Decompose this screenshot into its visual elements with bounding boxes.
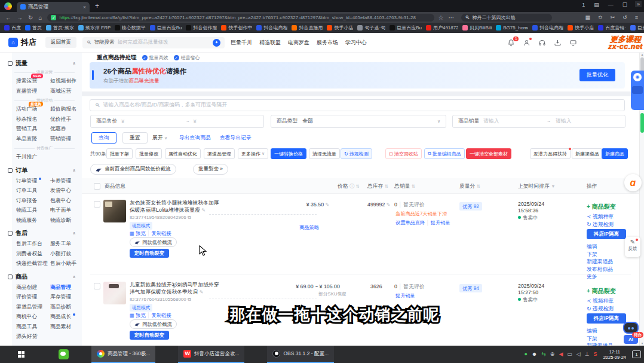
col-quality[interactable]: 质量分 ⇅: [459, 183, 480, 190]
batch-button[interactable]: 批量修改: [136, 148, 162, 159]
ai-assistant-icon[interactable]: ✦: [213, 39, 220, 47]
sidebar-item[interactable]: 订单工具: [16, 185, 42, 196]
op-link[interactable]: 编辑: [587, 327, 613, 335]
product-title[interactable]: 灰色抹茶女长筒小腿袜堆堆袜秋冬加厚保暖洛丽塔Lolita堆堆抹茶显瘦 ✎: [130, 200, 219, 213]
url-more-icon[interactable]: ⋯: [448, 14, 454, 21]
select-all-checkbox[interactable]: [94, 183, 100, 190]
bookmark-item[interactable]: 抖音电商相: [532, 25, 563, 31]
scroll-up-arrow[interactable]: ▲: [640, 53, 644, 56]
reset-button[interactable]: 重置: [122, 132, 148, 144]
auto-fission-button[interactable]: 定时自动裂变: [130, 249, 169, 258]
sidebar-item[interactable]: 商机中心: [16, 312, 42, 322]
tray-icon[interactable]: ⊕: [550, 352, 555, 357]
url-field[interactable]: ✓ https ://fxg.jinritemai.com/ffa/g/list…: [47, 14, 434, 22]
taskbar-app-browser[interactable]: 商品管理 - 360极...: [91, 346, 155, 363]
taskbar-clock[interactable]: 17:11 2025-09-24: [603, 349, 626, 360]
sidebar-item[interactable]: 商品工具: [16, 322, 42, 332]
bookmark-item[interactable]: 抖音创作服: [186, 25, 217, 31]
product-type-filter[interactable]: 商品类型 全部 ∨: [271, 115, 446, 128]
maximize-button[interactable]: ☐: [622, 2, 627, 8]
bookmark-item[interactable]: 贝贝BiliBili: [462, 25, 492, 31]
monitor-icon[interactable]: [569, 39, 577, 47]
bookmark-item[interactable]: 百度营销·: [598, 25, 626, 31]
tray-icon[interactable]: ☻: [532, 352, 537, 357]
bookmark-item[interactable]: 首页: [25, 25, 42, 31]
col-time[interactable]: 上架时间排序 ▼: [518, 183, 556, 190]
bookmark-star-icon[interactable]: ☆: [438, 14, 443, 21]
intercept-button[interactable]: 同款低价截流: [130, 237, 177, 247]
batch-optimize-button[interactable]: 批量优化: [579, 69, 615, 81]
tray-icon[interactable]: S: [594, 352, 597, 357]
copy-icon[interactable]: ⧉: [188, 215, 191, 220]
more-actions-button[interactable]: 更多操作∨: [238, 148, 268, 159]
sidebar-item[interactable]: 电子面单: [50, 205, 76, 215]
side-float-widget[interactable]: ◉: [631, 71, 644, 110]
preview-link[interactable]: 预览: [136, 230, 146, 236]
sidebar-item[interactable]: 直播管理: [16, 86, 42, 96]
ai-assistant-float[interactable]: AI 待办: [622, 322, 640, 344]
op-link[interactable]: 下架: [587, 335, 613, 343]
ip-isolation-button[interactable]: 抖店IP隔离: [587, 313, 626, 324]
expand-toggle[interactable]: 展开 ∨: [152, 135, 167, 142]
taskbar-app-obs[interactable]: OBS 31.1.2 - 配置...: [267, 346, 334, 363]
bookmark-item[interactable]: 用户491872: [426, 25, 458, 31]
smart-search-input[interactable]: 🔍︎ 智能搜索 如何完成商品批量修改 ✦: [82, 37, 225, 48]
col-stock[interactable]: 总库存 ⇅: [367, 183, 388, 190]
sidebar-item[interactable]: 库存管理: [50, 292, 76, 302]
sidebar-item[interactable]: 售后小助手: [50, 258, 81, 269]
clear-materials-button[interactable]: 一键清空全部素材: [466, 148, 511, 159]
bookmark-item[interactable]: BG75_home: [496, 25, 528, 30]
bookmark-item[interactable]: 首页·聚水: [46, 25, 74, 31]
sidebar-item[interactable]: 发货中心: [50, 185, 76, 196]
favorites-icon[interactable]: ✩: [598, 14, 603, 20]
sidebar-item[interactable]: 订单管理: [16, 176, 46, 186]
undo-icon[interactable]: ↺: [622, 14, 627, 20]
price-range-filter[interactable]: 商品售价 ¥ ~ ¥: [90, 115, 264, 128]
sidebar-item[interactable]: 卡券管理: [50, 176, 76, 186]
op-link[interactable]: 发布相似品: [587, 266, 613, 273]
menu-icon[interactable]: ≡: [635, 14, 638, 20]
apps-grid-icon[interactable]: ▦: [585, 14, 591, 20]
violation-check-button[interactable]: ↻违规检测: [341, 148, 372, 159]
sidebar-item[interactable]: 快递拦截管理: [16, 258, 53, 269]
action-center-icon[interactable]: 1: [632, 350, 641, 358]
nav-link[interactable]: 精选联盟: [258, 39, 282, 47]
nav-link[interactable]: 巨量千川: [229, 39, 253, 47]
set-discount-link[interactable]: 设置单品直降: [395, 220, 425, 225]
potential-support-button[interactable]: 发潜力品得扶持: [530, 148, 571, 159]
bookmark-item[interactable]: 句子迷·句: [357, 25, 385, 31]
minimize-button[interactable]: —: [608, 2, 614, 8]
start-button[interactable]: [18, 351, 24, 358]
intercept-button[interactable]: 同款低价截流: [130, 319, 177, 329]
clear-recycle-button[interactable]: ⊟清空回收站: [385, 148, 422, 159]
wechat-icon[interactable]: [59, 349, 69, 359]
bookmark-item[interactable]: 巨量引擎工: [630, 25, 644, 31]
bookmark-item[interactable]: 核心数据平: [115, 25, 146, 31]
bell-icon[interactable]: 1: [507, 39, 515, 47]
taskbar-app-wps[interactable]: W 抖音小店运营全攻...: [178, 346, 244, 363]
export-records-link[interactable]: 查看导出记录: [220, 135, 252, 142]
bookmark-item[interactable]: 快手小店: [568, 25, 594, 31]
boost-sales-link[interactable]: 提升销量: [395, 293, 415, 298]
tab-close-icon[interactable]: ×: [83, 4, 86, 10]
nav-link[interactable]: 电商罗盘: [287, 39, 311, 47]
bookmark-item[interactable]: 聚水潭 ERP: [78, 25, 111, 31]
sidebar-item[interactable]: 商城运营: [50, 86, 76, 96]
sidebar-item[interactable]: 商品管理: [50, 282, 76, 292]
edit-pencil-icon[interactable]: ✎: [387, 202, 391, 208]
sidebar-section-products[interactable]: 商品∧: [16, 273, 76, 281]
violation-check-link[interactable]: ↻ 违规检测: [587, 306, 614, 313]
sidebar-item[interactable]: 服务工单: [50, 239, 76, 249]
sidebar-item[interactable]: 物流诊断: [50, 215, 76, 225]
alibaba-float-icon[interactable]: ɑ: [624, 174, 642, 191]
sidebar-item[interactable]: 消费者权益: [16, 249, 47, 259]
new-tab-button[interactable]: +: [95, 2, 99, 10]
preview-link[interactable]: 预览: [136, 312, 146, 318]
sidebar-item[interactable]: 售后工作台: [16, 239, 47, 249]
op-link[interactable]: 编辑: [587, 243, 613, 251]
bookmarks-overflow-icon[interactable]: »: [635, 1, 642, 7]
tray-icon[interactable]: ▭: [567, 352, 572, 357]
col-price[interactable]: 价格 ⓘ ⇅: [338, 183, 360, 190]
convert-price-button[interactable]: 一键转换价格: [271, 148, 306, 159]
sidebar-item[interactable]: 商品成长: [50, 312, 80, 322]
